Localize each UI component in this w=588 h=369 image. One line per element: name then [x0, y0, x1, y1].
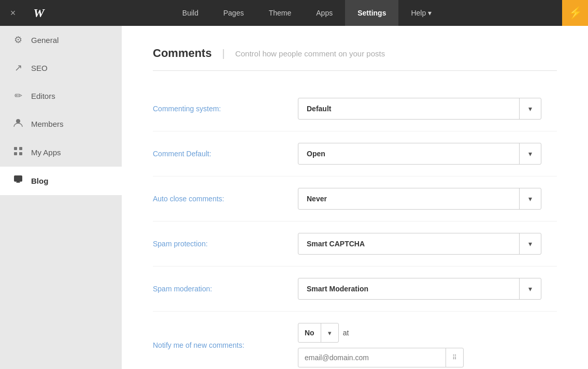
nav-apps[interactable]: Apps — [304, 0, 345, 26]
dropdown-arrow-commenting: ▾ — [519, 98, 541, 120]
spam-protection-control: Smart CAPTCHA ▾ — [298, 233, 557, 255]
dropdown-arrow-comment-default: ▾ — [519, 143, 541, 165]
main-layout: ⚙ General ↗ SEO ✏ Editors Members — [0, 26, 588, 369]
sidebar-item-members[interactable]: Members — [0, 110, 122, 138]
main-content: Comments | Control how people comment on… — [122, 26, 588, 369]
editors-icon: ✏ — [12, 90, 24, 101]
close-button[interactable]: × — [0, 0, 26, 26]
sidebar-item-general[interactable]: ⚙ General — [0, 26, 122, 54]
nav-links: Build Pages Theme Apps Settings Help ▾ — [52, 0, 562, 26]
page-header: Comments | Control how people comment on… — [153, 47, 557, 71]
logo: W — [26, 0, 52, 26]
svg-rect-3 — [14, 152, 17, 155]
auto-close-dropdown[interactable]: Never ▾ — [298, 188, 541, 210]
spam-protection-label: Spam protection: — [153, 240, 298, 248]
sidebar-label-members: Members — [31, 120, 64, 128]
svg-rect-4 — [19, 152, 22, 155]
svg-point-0 — [16, 119, 20, 123]
members-icon — [12, 118, 24, 130]
sidebar-label-general: General — [31, 36, 59, 45]
seo-icon: ↗ — [12, 62, 24, 73]
sidebar-item-seo[interactable]: ↗ SEO — [0, 54, 122, 82]
notify-fields: No ▾ at ⠿ — [298, 323, 557, 367]
spam-moderation-label: Spam moderation: — [153, 285, 298, 293]
commenting-system-control: Default ▾ — [298, 98, 557, 120]
nav-help[interactable]: Help ▾ — [398, 0, 444, 26]
gear-icon: ⚙ — [12, 34, 24, 46]
notify-inline: No ▾ at — [298, 323, 557, 343]
spam-protection-dropdown[interactable]: Smart CAPTCHA ▾ — [298, 233, 541, 255]
email-dots-button[interactable]: ⠿ — [446, 348, 463, 367]
commenting-system-label: Commenting system: — [153, 105, 298, 113]
svg-rect-2 — [19, 147, 22, 150]
nav-theme[interactable]: Theme — [256, 0, 304, 26]
page-title: Comments — [153, 47, 212, 60]
spam-moderation-dropdown[interactable]: Smart Moderation ▾ — [298, 278, 541, 300]
sidebar-label-my-apps: My Apps — [31, 148, 61, 157]
header-divider: | — [222, 48, 225, 60]
close-icon: × — [10, 8, 16, 19]
spam-protection-row: Spam protection: Smart CAPTCHA ▾ — [153, 222, 557, 267]
svg-rect-5 — [14, 175, 22, 182]
spam-protection-value: Smart CAPTCHA — [298, 240, 519, 248]
auto-close-row: Auto close comments: Never ▾ — [153, 176, 557, 222]
sidebar-item-editors[interactable]: ✏ Editors — [0, 82, 122, 110]
notify-control: No ▾ at ⠿ — [298, 323, 557, 367]
sidebar-label-editors: Editors — [31, 92, 55, 100]
notify-at-label: at — [343, 329, 349, 337]
nav-build[interactable]: Build — [170, 0, 211, 26]
upgrade-button[interactable]: ⚡ — [562, 0, 588, 26]
notify-value-dropdown[interactable]: No ▾ — [298, 323, 339, 343]
notify-row: Notify me of new comments: No ▾ at ⠿ — [153, 312, 557, 369]
apps-icon — [12, 146, 24, 158]
sidebar: ⚙ General ↗ SEO ✏ Editors Members — [0, 26, 122, 369]
top-nav: × W Build Pages Theme Apps Settings Help… — [0, 0, 588, 26]
auto-close-label: Auto close comments: — [153, 195, 298, 203]
comment-default-dropdown[interactable]: Open ▾ — [298, 143, 541, 165]
email-input-row: ⠿ — [298, 348, 464, 367]
auto-close-value: Never — [298, 195, 519, 203]
dropdown-arrow-spam-protection: ▾ — [519, 233, 541, 255]
blog-icon — [12, 175, 24, 187]
notify-label: Notify me of new comments: — [153, 341, 298, 349]
notify-value: No — [298, 329, 321, 337]
nav-settings[interactable]: Settings — [345, 0, 398, 26]
spam-moderation-row: Spam moderation: Smart Moderation ▾ — [153, 267, 557, 312]
spam-moderation-value: Smart Moderation — [298, 285, 519, 293]
comment-default-row: Comment Default: Open ▾ — [153, 131, 557, 176]
spam-moderation-control: Smart Moderation ▾ — [298, 278, 557, 300]
dropdown-arrow-auto-close: ▾ — [519, 188, 541, 210]
sidebar-label-seo: SEO — [31, 64, 48, 72]
upgrade-icon: ⚡ — [568, 6, 582, 20]
auto-close-control: Never ▾ — [298, 188, 557, 210]
form: Commenting system: Default ▾ Comment Def… — [153, 86, 557, 369]
commenting-system-row: Commenting system: Default ▾ — [153, 86, 557, 131]
email-input[interactable] — [298, 353, 446, 362]
comment-default-label: Comment Default: — [153, 150, 298, 158]
svg-rect-1 — [14, 147, 17, 150]
commenting-system-dropdown[interactable]: Default ▾ — [298, 98, 541, 120]
dropdown-arrow-spam-moderation: ▾ — [519, 278, 541, 300]
weebly-logo: W — [33, 6, 44, 20]
notify-dropdown-arrow: ▾ — [321, 323, 338, 343]
comment-default-value: Open — [298, 150, 519, 158]
sidebar-label-blog: Blog — [31, 176, 48, 185]
page-subtitle: Control how people comment on your posts — [235, 49, 385, 58]
commenting-system-value: Default — [298, 105, 519, 113]
nav-pages[interactable]: Pages — [211, 0, 256, 26]
sidebar-item-blog[interactable]: Blog — [0, 167, 122, 195]
comment-default-control: Open ▾ — [298, 143, 557, 165]
sidebar-item-my-apps[interactable]: My Apps — [0, 138, 122, 167]
